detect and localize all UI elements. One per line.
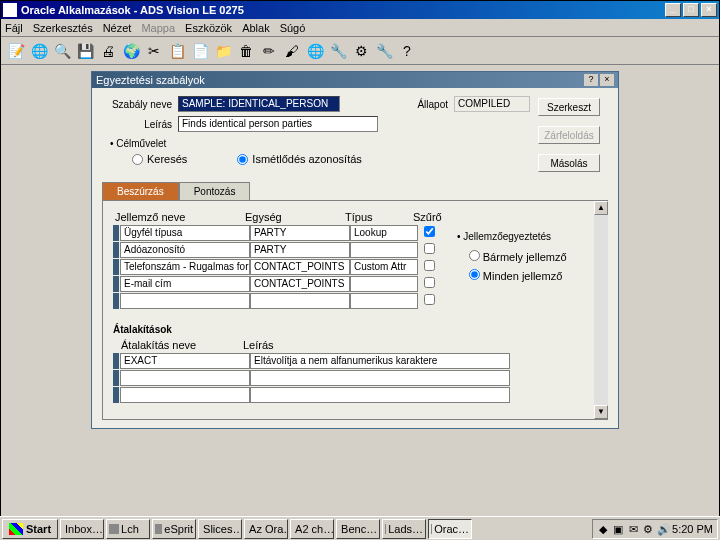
scroll-up-icon[interactable]: ▲ <box>594 201 608 215</box>
task-button[interactable]: eSprit <box>152 519 196 539</box>
cell-name[interactable]: Adóazonosító <box>120 242 250 258</box>
menu-szerkesztes[interactable]: Szerkesztés <box>33 22 93 34</box>
leiras-input[interactable]: Finds identical person parties <box>178 116 378 132</box>
tray-icon-1[interactable]: ◆ <box>597 523 609 535</box>
paste-icon[interactable]: 📄 <box>191 42 209 60</box>
minimize-button[interactable]: _ <box>665 3 681 17</box>
grid-row[interactable]: Ügyfél típusaPARTYLookup <box>113 225 447 241</box>
match-panel: • Jellemzőegyeztetés Bármely jellemző Mi… <box>457 211 597 310</box>
trans-name[interactable] <box>120 387 250 403</box>
task-button[interactable]: A2 ch… <box>290 519 334 539</box>
globe2-icon[interactable]: 🌐 <box>306 42 324 60</box>
doc-icon[interactable]: 📝 <box>7 42 25 60</box>
col-eg: Egység <box>243 211 343 223</box>
cell-name[interactable] <box>120 293 250 309</box>
grid-row[interactable]: E-mail címCONTACT_POINTS <box>113 276 447 292</box>
tray-icon-3[interactable]: ✉ <box>627 523 639 535</box>
trans-row[interactable] <box>113 387 597 403</box>
scissors-icon[interactable]: ✂ <box>145 42 163 60</box>
masolas-button[interactable]: Másolás <box>538 154 600 172</box>
wrench-icon[interactable]: 🔧 <box>329 42 347 60</box>
tray-icon-5[interactable]: 🔊 <box>657 523 669 535</box>
cell-eg[interactable]: CONTACT_POINTS <box>250 276 350 292</box>
cell-filter[interactable] <box>418 293 440 309</box>
scroll-down-icon[interactable]: ▼ <box>594 405 608 419</box>
allapot-field: COMPILED <box>454 96 530 112</box>
copy-icon[interactable]: 📋 <box>168 42 186 60</box>
trans-name[interactable]: EXACT <box>120 353 250 369</box>
tray-icon-2[interactable]: ▣ <box>612 523 624 535</box>
tab-pontozas[interactable]: Pontozás <box>179 182 251 200</box>
cell-type[interactable]: Lookup <box>350 225 418 241</box>
gear-icon[interactable]: ⚙ <box>352 42 370 60</box>
menu-sugo[interactable]: Súgó <box>280 22 306 34</box>
inner-close-button[interactable]: × <box>600 74 614 86</box>
inner-help-button[interactable]: ? <box>584 74 598 86</box>
menu-nezet[interactable]: Nézet <box>103 22 132 34</box>
trash-icon[interactable]: 🗑 <box>237 42 255 60</box>
menu-ablak[interactable]: Ablak <box>242 22 270 34</box>
menu-fajl[interactable]: Fájl <box>5 22 23 34</box>
cell-filter[interactable] <box>418 225 440 241</box>
trans-desc[interactable] <box>250 370 510 386</box>
pencil-icon[interactable]: ✏ <box>260 42 278 60</box>
cell-name[interactable]: Telefonszám - Rugalmas formá <box>120 259 250 275</box>
radio-barmely[interactable]: Bármely jellemző <box>457 250 597 263</box>
radio-minden[interactable]: Minden jellemző <box>457 269 597 282</box>
wrench2-icon[interactable]: 🔧 <box>375 42 393 60</box>
trans-row[interactable] <box>113 370 597 386</box>
trans-name[interactable] <box>120 370 250 386</box>
trans-desc[interactable]: Eltávolítja a nem alfanumerikus karakter… <box>250 353 510 369</box>
szabaly-input[interactable]: SAMPLE: IDENTICAL_PERSON <box>178 96 340 112</box>
app-icon <box>3 3 17 17</box>
cell-type[interactable] <box>350 276 418 292</box>
trans-desc[interactable] <box>250 387 510 403</box>
zarfeloldas-button[interactable]: Zárfeloldás <box>538 126 600 144</box>
cell-filter[interactable] <box>418 276 440 292</box>
close-button[interactable]: × <box>701 3 717 17</box>
task-button[interactable]: Az Ora… <box>244 519 288 539</box>
menu-eszkozok[interactable]: Eszközök <box>185 22 232 34</box>
save-icon[interactable]: 💾 <box>76 42 94 60</box>
tab-beszurzas[interactable]: Beszúrzás <box>102 182 179 200</box>
cell-name[interactable]: E-mail cím <box>120 276 250 292</box>
cell-eg[interactable] <box>250 293 350 309</box>
task-button[interactable]: Inbox… <box>60 519 104 539</box>
cell-type[interactable] <box>350 242 418 258</box>
cell-eg[interactable]: PARTY <box>250 225 350 241</box>
radio-ismetlodes[interactable]: Ismétlődés azonosítás <box>237 153 361 165</box>
grid-row[interactable] <box>113 293 447 309</box>
menu-mappa[interactable]: Mappa <box>141 22 175 34</box>
print-icon[interactable]: 🖨 <box>99 42 117 60</box>
task-button[interactable]: Slices… <box>198 519 242 539</box>
search-icon[interactable]: 🔍 <box>53 42 71 60</box>
cell-type[interactable]: Custom Attr <box>350 259 418 275</box>
grid-row[interactable]: Telefonszám - Rugalmas formáCONTACT_POIN… <box>113 259 447 275</box>
globe-icon[interactable]: 🌐 <box>30 42 48 60</box>
col-sz: Szűrő <box>411 211 441 223</box>
task-button[interactable]: Benc… <box>336 519 380 539</box>
task-button[interactable]: Orac… <box>428 519 472 539</box>
grid-row[interactable]: AdóazonosítóPARTY <box>113 242 447 258</box>
brush-icon[interactable]: 🖌 <box>283 42 301 60</box>
cell-filter[interactable] <box>418 242 440 258</box>
task-button[interactable]: Lads… <box>382 519 426 539</box>
folder-icon[interactable]: 📁 <box>214 42 232 60</box>
maximize-button[interactable]: □ <box>683 3 699 17</box>
task-icon <box>431 524 432 534</box>
start-button[interactable]: Start <box>2 519 58 539</box>
radio-kereses[interactable]: Keresés <box>132 153 187 165</box>
cell-eg[interactable]: PARTY <box>250 242 350 258</box>
trans-row[interactable]: EXACTEltávolítja a nem alfanumerikus kar… <box>113 353 597 369</box>
scrollbar[interactable]: ▲ ▼ <box>594 201 608 419</box>
tray-icon-4[interactable]: ⚙ <box>642 523 654 535</box>
task-button[interactable]: Lch <box>106 519 150 539</box>
cell-type[interactable] <box>350 293 418 309</box>
cell-name[interactable]: Ügyfél típusa <box>120 225 250 241</box>
world-icon[interactable]: 🌍 <box>122 42 140 60</box>
cell-eg[interactable]: CONTACT_POINTS <box>250 259 350 275</box>
window-title: Oracle Alkalmazások - ADS Vision LE 0275 <box>21 4 665 16</box>
help-icon[interactable]: ? <box>398 42 416 60</box>
szerkeszt-button[interactable]: Szerkeszt <box>538 98 600 116</box>
cell-filter[interactable] <box>418 259 440 275</box>
